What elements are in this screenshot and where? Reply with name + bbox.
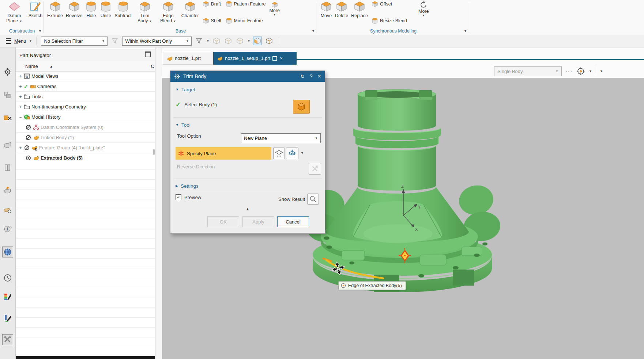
resize-blend-button[interactable]: Resize Blend: [372, 18, 415, 24]
base-more-button[interactable]: More ▼: [269, 0, 279, 16]
plane-constructor-button[interactable]: [286, 148, 298, 159]
sync-more-button[interactable]: More ▼: [418, 0, 429, 17]
touch-mode-icon[interactable]: [212, 37, 221, 45]
chevron-down-icon[interactable]: ▼: [589, 69, 592, 73]
delete-button[interactable]: Delete: [334, 0, 350, 18]
panel-scroll-strip[interactable]: [155, 47, 162, 359]
view-manipulation-icon[interactable]: [3, 186, 12, 195]
csys-orient-icon[interactable]: [576, 67, 585, 76]
close-dialog-icon[interactable]: ×: [318, 73, 321, 80]
hidden-eye-icon[interactable]: [25, 124, 31, 130]
name-column-header[interactable]: Name: [25, 64, 38, 69]
tool-section-header[interactable]: ▼ Tool: [170, 120, 325, 130]
show-hide-icon[interactable]: [224, 37, 233, 45]
dialog-collapse-arrow[interactable]: ▲: [170, 207, 325, 211]
nozzle-castellated-top[interactable]: [358, 89, 436, 131]
selection-filter-dropdown[interactable]: No Selection Filter ▼: [41, 37, 108, 46]
base-group-launcher[interactable]: ▼: [312, 29, 315, 33]
menu-button[interactable]: Menu: [14, 38, 26, 44]
wireframe-display-icon[interactable]: [265, 37, 274, 45]
tree-scroll-handle[interactable]: [153, 149, 155, 155]
offset-button[interactable]: Offset: [372, 1, 415, 7]
nozzle-cylinder[interactable]: [358, 145, 436, 191]
hidden-eye-icon[interactable]: [24, 145, 30, 151]
information-icon[interactable]: i: [3, 224, 12, 234]
tree-row-links[interactable]: + Links: [16, 92, 155, 102]
dialog-title-bar[interactable]: Trim Body ↻ ? ×: [170, 71, 325, 82]
show-result-button[interactable]: [307, 194, 319, 205]
display-mode-dropdown[interactable]: Single Body ▼: [494, 66, 562, 76]
tab-nozzle-1-setup-1[interactable]: nozzle_1_setup_1.prt ×: [213, 52, 297, 65]
ok-button[interactable]: OK: [207, 216, 239, 227]
trim-body-dialog[interactable]: Trim Body ↻ ? × ▼ Target ✓ Select Body (…: [170, 70, 325, 234]
tree-row-datum-csys[interactable]: Datum Coordinate System (0): [16, 122, 155, 133]
unite-button[interactable]: Unite: [98, 0, 113, 18]
select-body-button[interactable]: [293, 100, 310, 114]
constraint-navigator-icon[interactable]: [3, 113, 12, 123]
history-clock-icon[interactable]: [3, 273, 12, 283]
replace-button[interactable]: Replace: [350, 0, 369, 18]
find-component-icon[interactable]: [3, 205, 12, 215]
help-icon[interactable]: ?: [310, 73, 313, 79]
apply-button[interactable]: Apply: [242, 216, 274, 227]
expand-icon[interactable]: +: [19, 94, 22, 99]
tree-row-linked-body[interactable]: Linked Body (1): [16, 133, 155, 143]
part-navigator-icon[interactable]: [3, 140, 12, 150]
hole-button[interactable]: Hole: [84, 0, 98, 18]
datum-plane-button[interactable]: Datum Plane ▼: [1, 0, 27, 24]
nozzle-rings[interactable]: [353, 128, 441, 148]
expand-icon[interactable]: +: [19, 145, 22, 150]
roles-gear-icon[interactable]: [3, 67, 12, 77]
chevron-down-icon[interactable]: ▼: [206, 39, 209, 43]
tool-option-dropdown[interactable]: New Plane ▼: [241, 133, 321, 143]
chevron-down-icon[interactable]: ▼: [301, 151, 304, 155]
assembly-navigator-icon[interactable]: [3, 90, 12, 100]
expand-icon[interactable]: +: [19, 74, 22, 79]
close-tab-icon[interactable]: ×: [280, 56, 283, 61]
tools-wrench-icon[interactable]: [2, 334, 13, 345]
cancel-button[interactable]: Cancel: [277, 216, 309, 227]
construction-group-launcher[interactable]: ▼: [38, 29, 42, 33]
shell-button[interactable]: Shell: [203, 18, 221, 24]
extrude-button[interactable]: Extrude: [46, 0, 64, 18]
edge-blend-button[interactable]: Edge Blend ▼: [157, 0, 180, 24]
undock-tab-icon[interactable]: [272, 56, 277, 61]
snapshot-filter-icon[interactable]: [195, 37, 203, 45]
chamfer-button[interactable]: Chamfer: [180, 0, 200, 18]
chevron-down-icon[interactable]: ▼: [600, 69, 603, 73]
trim-body-button[interactable]: Trim Body ▼: [133, 0, 157, 24]
mirror-feature-button[interactable]: Mirror Feature: [226, 18, 266, 24]
revolve-button[interactable]: Revolve: [64, 0, 84, 18]
settings-section-header[interactable]: ▶ Settings: [170, 181, 325, 191]
subtract-button[interactable]: Subtract: [113, 0, 133, 18]
specify-plane-row[interactable]: Specify Plane: [176, 147, 271, 160]
comment-column-header[interactable]: C: [151, 64, 154, 69]
move-csys-icon[interactable]: [236, 37, 244, 45]
pattern-feature-button[interactable]: Pattern Feature: [226, 1, 266, 7]
hidden-eye-icon[interactable]: [25, 134, 31, 141]
draft-button[interactable]: Draft: [203, 1, 221, 7]
web-browser-icon[interactable]: [2, 247, 13, 257]
tree-row-non-timestamp-geometry[interactable]: + Non-timestamp Geometry: [16, 102, 155, 112]
tree-row-feature-group[interactable]: + Feature Group (4) "build_plate": [16, 143, 155, 153]
undock-panel-icon[interactable]: [145, 51, 151, 57]
reset-dialog-icon[interactable]: ↻: [300, 73, 305, 79]
plane-dialog-button[interactable]: [273, 148, 285, 159]
chevron-down-icon[interactable]: ▼: [247, 39, 250, 43]
color-palette-icon[interactable]: [3, 292, 12, 302]
tree-row-cameras[interactable]: + ✓ Cameras: [16, 81, 155, 92]
expand-icon[interactable]: +: [19, 84, 22, 89]
selection-scope-dropdown[interactable]: Within Work Part Only ▼: [122, 37, 192, 46]
selection-filter-funnel-icon[interactable]: [110, 37, 119, 45]
sync-group-launcher[interactable]: ▼: [464, 29, 467, 33]
tree-row-model-views[interactable]: + Model Views: [16, 71, 155, 81]
move-button[interactable]: Move: [319, 0, 334, 18]
target-section-header[interactable]: ▼ Target: [170, 84, 325, 95]
measure-annotate-icon[interactable]: [3, 313, 12, 323]
overflow-dots-icon[interactable]: ···: [565, 68, 573, 74]
collapse-icon[interactable]: −: [19, 115, 22, 120]
shaded-display-icon[interactable]: [253, 37, 262, 45]
expand-icon[interactable]: +: [19, 104, 22, 110]
tree-column-header[interactable]: Name ▲ C: [16, 61, 155, 72]
tree-row-model-history[interactable]: − Model History: [16, 112, 155, 122]
